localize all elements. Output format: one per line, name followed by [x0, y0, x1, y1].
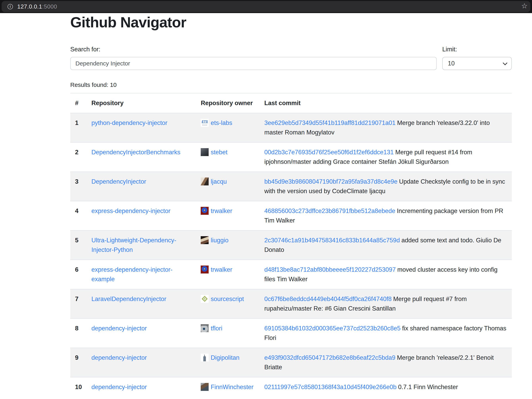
table-row: 7LaravelDependencyInjectorsourcescript0c… [70, 289, 512, 319]
row-number: 9 [75, 354, 78, 361]
repository-link[interactable]: python-dependency-injector [91, 119, 167, 126]
col-header-repository: Repository [87, 93, 196, 113]
row-number: 3 [75, 178, 78, 185]
owner-link[interactable]: ets-labs [211, 119, 232, 126]
commit-hash-link[interactable]: 69105384b61032d000365ee737cd2523b260c8e5 [264, 325, 400, 332]
row-number: 8 [75, 325, 78, 332]
url-port: :5000 [42, 3, 57, 10]
limit-selected-value: 10 [448, 60, 455, 67]
owner-link[interactable]: trwalker [211, 266, 232, 273]
row-number: 4 [75, 208, 78, 214]
table-row: 2DependencyInjectorBenchmarksstebet00d2b… [70, 142, 512, 172]
col-header-index: # [70, 93, 87, 113]
owner-link[interactable]: sourcescript [211, 295, 244, 302]
commit-hash-link[interactable]: d48f13be8ac712abf80bbeeee5f120227d253097 [264, 266, 396, 273]
col-header-last-commit: Last commit [260, 93, 512, 113]
bookmark-star-icon[interactable]: ☆ [521, 2, 528, 10]
results-table: # Repository Repository owner Last commi… [70, 93, 512, 397]
row-number: 6 [75, 266, 78, 273]
row-number: 1 [75, 119, 78, 126]
table-row: 6express-dependency-injector-exampletrwa… [70, 260, 512, 289]
owner-link[interactable]: Digipolitan [211, 354, 239, 361]
liuggio-avatar [201, 236, 209, 244]
table-row: 9dependency-injectorDigipolitane493f9032… [70, 348, 512, 377]
trwalker-avatar [201, 265, 209, 273]
limit-label: Limit: [442, 46, 512, 53]
repository-link[interactable]: express-dependency-injector-example [91, 266, 172, 282]
table-row: 4express-dependency-injectortrwalker4688… [70, 201, 512, 230]
table-row: 10dependency-injectorFinnWinchester02111… [70, 377, 512, 397]
url-bar[interactable]: i 127.0.0.1:5000 [2, 1, 530, 12]
owner-link[interactable]: trwalker [211, 208, 232, 214]
commit-hash-link[interactable]: 00d2b3c7e76935d76f25ee50f6d1f2ef6ddce131 [264, 149, 394, 156]
repository-link[interactable]: LaravelDependencyInjector [91, 295, 166, 302]
repository-link[interactable]: Ultra-Lightweight-Dependency-Injector-Py… [91, 237, 176, 253]
owner-link[interactable]: ljacqu [211, 178, 227, 185]
repository-link[interactable]: DependencyInjector [91, 178, 146, 185]
row-number: 10 [75, 384, 82, 391]
commit-hash-link[interactable]: 0c67f6be8eddcd4449eb4044f5df0ca26f4740f8 [264, 295, 392, 302]
table-row: 5Ultra-Lightweight-Dependency-Injector-P… [70, 230, 512, 260]
tflori-avatar [201, 324, 209, 332]
table-row: 1python-dependency-injectorETSets-labs3e… [70, 113, 512, 142]
row-number: 5 [75, 237, 78, 244]
stebet-avatar [201, 148, 209, 156]
search-controls: Search for: Limit: 10 [70, 46, 512, 70]
commit-hash-link[interactable]: bb45d9e3b98608047190bf72a95fa9a37d8c4e9e [264, 178, 397, 185]
commit-hash-link[interactable]: e493f9032dfcd65047172b682e8b6eaf22c5bda9 [264, 354, 395, 361]
repository-link[interactable]: DependencyInjectorBenchmarks [91, 149, 180, 156]
repository-link[interactable]: dependency-injector [91, 325, 147, 332]
commit-hash-link[interactable]: 2c30746c1a91b4947583416c833b1644a85c759d [264, 237, 400, 244]
search-label: Search for: [70, 46, 437, 53]
limit-select[interactable]: 10 [442, 57, 512, 70]
results-summary: Results found: 10 [70, 81, 512, 88]
row-number: 7 [75, 295, 78, 302]
owner-link[interactable]: liuggio [211, 237, 228, 244]
commit-hash-link[interactable]: 468856003c273dffce23b86791fbbe512a8ebede [264, 208, 395, 214]
commit-hash-link[interactable]: 3ee629eb5d7349d55f41b119aff81dd219071a01 [264, 119, 395, 126]
search-input[interactable] [70, 57, 437, 70]
table-row: 3DependencyInjectorljacqubb45d9e3b986080… [70, 172, 512, 201]
site-info-icon[interactable]: i [7, 4, 13, 9]
browser-chrome: i 127.0.0.1:5000 ☆ [0, 0, 532, 13]
col-header-owner: Repository owner [196, 93, 260, 113]
page-container: Github Navigator Search for: Limit: 10 R… [70, 14, 512, 397]
ljacqu-avatar [201, 178, 209, 185]
commit-message: 0.7.1 Finn Winchester [398, 384, 458, 391]
url-host: 127.0.0.1 [17, 3, 42, 10]
owner-link[interactable]: tflori [211, 325, 222, 332]
table-row: 8dependency-injectortflori69105384b61032… [70, 319, 512, 348]
owner-link[interactable]: stebet [211, 149, 227, 156]
commit-hash-link[interactable]: 02111997e57c85801368f43a10d45f409e266e0b [264, 384, 396, 391]
table-header-row: # Repository Repository owner Last commi… [70, 93, 512, 113]
row-number: 2 [75, 149, 78, 156]
repository-link[interactable]: dependency-injector [91, 354, 147, 361]
trwalker-avatar [201, 207, 209, 215]
digipolitan-avatar [201, 354, 209, 362]
owner-link[interactable]: FinnWinchester [211, 384, 253, 391]
sourcescript-avatar [201, 295, 209, 303]
ets-avatar: ETS [201, 119, 209, 127]
repository-link[interactable]: express-dependency-injector [91, 208, 170, 214]
repository-link[interactable]: dependency-injector [91, 384, 147, 391]
chevron-down-icon [503, 61, 507, 65]
page-title: Github Navigator [70, 14, 512, 30]
finnwinchester-avatar [201, 383, 209, 391]
